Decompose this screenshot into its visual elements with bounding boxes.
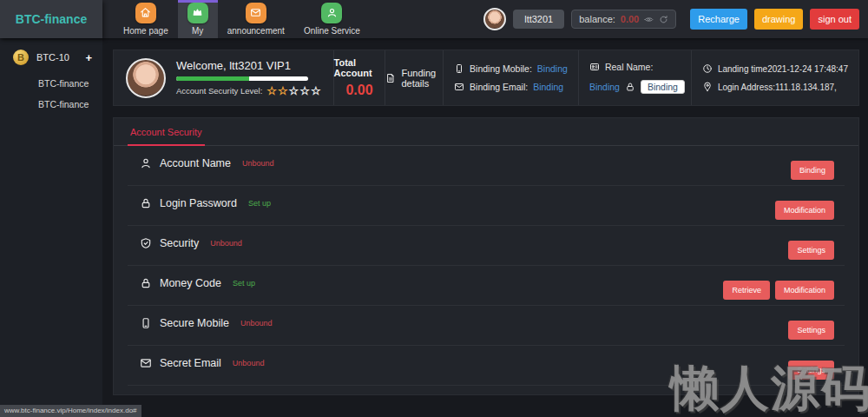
sidebar-group-btc10[interactable]: B BTC-10 + (0, 38, 102, 73)
security-row-money-code: Money CodeSet upRetrieveModification (128, 266, 845, 306)
account-header-card: Welcome, ltt3201 VIP1 Account Security L… (113, 50, 859, 106)
lock-icon (140, 277, 152, 289)
row-info: Secure MobileUnbound (140, 317, 272, 329)
funding-details-label: Funding details (401, 68, 443, 89)
row-info: Secret EmailUnbound (140, 357, 264, 369)
mobile-icon (140, 317, 152, 329)
security-row-login-password: Login PasswordSet upModification (128, 186, 845, 226)
home-icon (135, 3, 156, 23)
btc-coin-icon: B (13, 50, 29, 65)
username-pill: ltt3201 (513, 10, 564, 29)
idcard-icon (589, 62, 600, 72)
binding-mobile-link[interactable]: Binding (537, 63, 568, 74)
avatar[interactable] (483, 8, 506, 30)
modification-button[interactable]: Modification (775, 281, 834, 300)
balance-widget: balance: 0.00 (571, 10, 676, 29)
app-logo[interactable]: BTC-finance (0, 0, 102, 38)
real-name-section: Real Name: Binding Binding (578, 50, 691, 105)
email-icon (454, 82, 464, 92)
balance-label: balance: (579, 14, 615, 24)
balance-value: 0.00 (621, 14, 639, 24)
security-level-label: Account Security Level: (176, 86, 262, 96)
main-content: Welcome, ltt3201 VIP1 Account Security L… (102, 38, 868, 395)
main-nav: Home pageMyannouncementOnline Service (114, 0, 370, 38)
row-actions: Settings (788, 361, 834, 380)
location-pin-icon (702, 82, 713, 92)
lock-icon (625, 82, 635, 92)
sign-out-button[interactable]: sign out (810, 9, 859, 30)
refresh-icon[interactable] (659, 15, 668, 24)
row-status: Unbound (240, 319, 273, 328)
funding-details-link[interactable]: Funding details (385, 50, 443, 105)
row-info: Account NameUnbound (140, 157, 274, 169)
real-name-binding-link[interactable]: Binding (589, 82, 620, 92)
topbar-right: ltt3201 balance: 0.00 Rechargedrawingsig… (483, 0, 868, 38)
lock-icon (140, 197, 152, 209)
security-progress-bar (176, 76, 308, 81)
eye-icon[interactable] (644, 15, 654, 24)
profile-avatar[interactable] (126, 58, 166, 98)
row-actions: Binding (791, 161, 834, 180)
row-label: Account Name (160, 157, 231, 169)
total-account-section: Total Account 0.00 (333, 50, 385, 105)
welcome-section: Welcome, ltt3201 VIP1 Account Security L… (114, 50, 333, 105)
modification-button[interactable]: Modification (775, 201, 834, 220)
settings-button[interactable]: Settings (788, 321, 834, 340)
star-icon: ☆ (311, 85, 321, 96)
binding-email-label: Binding Email: (470, 82, 528, 92)
expand-plus-icon[interactable]: + (85, 51, 92, 64)
recharge-button[interactable]: Recharge (690, 9, 747, 30)
star-icon: ☆ (266, 85, 277, 96)
nav-item-home-page[interactable]: Home page (114, 0, 178, 38)
row-info: Money CodeSet up (140, 277, 255, 289)
row-label: Login Password (160, 197, 237, 209)
shield-icon (140, 237, 152, 249)
binding-button[interactable]: Binding (791, 161, 834, 180)
nav-item-online-service[interactable]: Online Service (294, 0, 370, 38)
row-actions: Settings (788, 321, 834, 340)
clock-icon (702, 63, 713, 74)
landing-time: Landing time2021-12-24 17:48:47 (718, 64, 848, 74)
security-row-secure-mobile: Secure MobileUnboundSettings (128, 306, 845, 346)
topbar: BTC-finance Home pageMyannouncementOnlin… (0, 0, 868, 38)
row-label: Secret Email (160, 357, 221, 369)
settings-button[interactable]: Settings (788, 361, 834, 380)
drawing-button[interactable]: drawing (754, 9, 804, 30)
star-icon: ☆ (299, 85, 310, 96)
nav-item-announcement[interactable]: announcement (218, 0, 294, 38)
row-status: Unbound (233, 359, 265, 367)
row-actions: RetrieveModification (723, 281, 834, 300)
row-status: Unbound (242, 159, 274, 168)
total-account-label: Total Account (334, 57, 385, 78)
crown-icon (187, 3, 208, 23)
mobile-icon (454, 63, 464, 74)
security-row-account-name: Account NameUnboundBinding (128, 146, 845, 186)
binding-section: Binding Mobile: Binding Binding Email: B… (443, 50, 578, 105)
login-info-section: Landing time2021-12-24 17:48:47 Login Ad… (691, 50, 858, 105)
retrieve-button[interactable]: Retrieve (723, 281, 770, 300)
user-icon (140, 157, 152, 169)
sidebar-group-label: BTC-10 (36, 52, 69, 63)
security-row-security: SecurityUnboundSettings (128, 226, 845, 266)
settings-button[interactable]: Settings (788, 241, 834, 260)
nav-item-label: Online Service (304, 26, 360, 36)
service-icon (321, 3, 342, 23)
tabbar: Account Security (114, 118, 858, 146)
row-label: Secure Mobile (160, 317, 229, 329)
tab-account-security[interactable]: Account Security (128, 118, 205, 146)
sidebar-item-btc-finance-1[interactable]: BTC-finance (0, 94, 102, 115)
nav-item-my[interactable]: My (178, 0, 218, 38)
nav-item-label: announcement (227, 26, 285, 36)
security-level-stars: ☆☆☆☆☆ (266, 85, 320, 96)
nav-item-label: Home page (123, 26, 168, 36)
sidebar-item-btc-finance-0[interactable]: BTC-finance (0, 73, 102, 94)
status-link-preview: www.btc-finance.vip/Home/index/index.do# (0, 405, 141, 417)
total-account-value: 0.00 (345, 83, 372, 98)
binding-email-link[interactable]: Binding (533, 82, 563, 92)
row-label: Money Code (160, 277, 221, 289)
row-status: Unbound (210, 239, 242, 248)
real-name-binding-chip[interactable]: Binding (641, 80, 685, 94)
row-actions: Settings (788, 241, 834, 260)
sidebar: B BTC-10 + BTC-financeBTC-finance (0, 38, 102, 417)
row-actions: Modification (775, 201, 834, 220)
